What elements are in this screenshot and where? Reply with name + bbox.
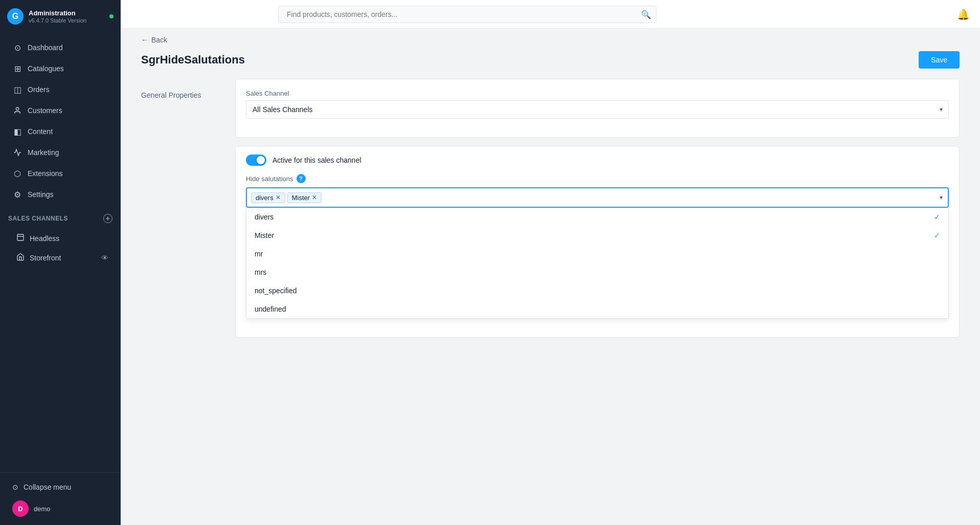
hide-salutations-field: Hide salutations ? divers ✕ <box>246 174 949 319</box>
salutations-dropdown: divers ✓ Mister ✓ mr <box>246 208 949 319</box>
save-button[interactable]: Save <box>919 51 960 69</box>
sidebar-item-dashboard[interactable]: ⊙ Dashboard <box>4 37 117 58</box>
chevron-down-icon: ▾ <box>940 194 943 201</box>
sidebar-item-label: Marketing <box>28 148 59 157</box>
dropdown-item-label: Mister <box>255 231 274 239</box>
check-icon: ✓ <box>934 213 940 221</box>
app-logo: G <box>7 8 24 25</box>
sales-channel-label: Sales Channel <box>246 90 949 97</box>
sidebar-item-label: Settings <box>28 190 54 199</box>
sidebar-item-label: Customers <box>28 106 62 115</box>
dropdown-item-mrs[interactable]: mrs <box>246 263 948 281</box>
catalogues-icon: ⊞ <box>12 63 22 74</box>
sidebar-item-headless[interactable]: Headless <box>4 229 117 248</box>
sidebar-item-label: Extensions <box>28 169 62 178</box>
tag-label: divers <box>256 194 274 202</box>
content-icon: ◧ <box>12 126 22 137</box>
sidebar-item-customers[interactable]: Customers <box>4 100 117 121</box>
sidebar-footer: ⊙ Collapse menu D demo <box>0 472 121 525</box>
hide-salutations-label: Hide salutations <box>246 175 293 183</box>
sidebar-item-storefront[interactable]: Storefront 👁 <box>4 248 117 267</box>
sidebar-item-label: Content <box>28 127 53 136</box>
dropdown-item-label: undefined <box>255 305 286 313</box>
user-name: demo <box>34 505 51 513</box>
sidebar-item-orders[interactable]: ◫ Orders <box>4 79 117 100</box>
settings-card: Active for this sales channel Hide salut… <box>235 146 960 338</box>
sales-channel-field: Sales Channel All Sales Channels Headles… <box>246 90 949 119</box>
user-section: D demo <box>8 495 112 519</box>
sidebar-item-extensions[interactable]: ⬡ Extensions <box>4 163 117 184</box>
sidebar-item-label: Storefront <box>30 254 61 262</box>
sales-channels-section: Sales Channels + <box>0 209 121 228</box>
sidebar-item-label: Catalogues <box>28 64 64 73</box>
sidebar-item-settings[interactable]: ⚙ Settings <box>4 184 117 205</box>
page-title: SgrHideSalutations <box>141 53 245 67</box>
dropdown-item-not-specified[interactable]: not_specified <box>246 281 948 300</box>
check-icon: ✓ <box>934 231 940 239</box>
sidebar-header: G Administration v6.4.7.0 Stable Version <box>0 0 121 33</box>
salutations-tags-input[interactable]: divers ✕ Mister ✕ ▾ <box>246 187 949 208</box>
marketing-icon <box>12 147 22 158</box>
breadcrumb: ← Back <box>121 29 980 51</box>
page-content: ← Back SgrHideSalutations Save General P… <box>121 29 980 525</box>
sidebar-item-content[interactable]: ◧ Content <box>4 121 117 142</box>
page-header: SgrHideSalutations Save <box>121 51 980 79</box>
back-arrow-icon: ← <box>141 36 148 44</box>
collapse-menu-label: Collapse menu <box>24 483 71 491</box>
dropdown-item-mister[interactable]: Mister ✓ <box>246 226 948 245</box>
sidebar-item-marketing[interactable]: Marketing <box>4 142 117 163</box>
avatar: D <box>12 500 29 517</box>
customers-icon <box>12 105 22 116</box>
hide-salutations-body: Hide salutations ? divers ✕ <box>236 174 959 337</box>
main-nav: ⊙ Dashboard ⊞ Catalogues ◫ Orders Custom… <box>0 33 121 472</box>
tag-close-icon[interactable]: ✕ <box>312 194 317 201</box>
tag-divers: divers ✕ <box>251 192 285 203</box>
content-area: General Properties Sales Channel All Sal… <box>121 79 980 366</box>
settings-icon: ⚙ <box>12 189 22 200</box>
dropdown-item-label: mrs <box>255 268 266 276</box>
dropdown-item-undefined[interactable]: undefined <box>246 300 948 318</box>
sales-channel-card-body: Sales Channel All Sales Channels Headles… <box>236 79 959 137</box>
sales-channel-select-wrapper: All Sales Channels Headless Storefront ▾ <box>246 100 949 119</box>
storefront-eye-icon: 👁 <box>101 254 108 262</box>
tag-mister: Mister ✕ <box>287 192 322 203</box>
svg-point-0 <box>16 107 18 110</box>
topbar: 🔍 🔔 <box>121 0 980 29</box>
svg-rect-1 <box>17 234 24 240</box>
dropdown-item-label: divers <box>255 213 274 221</box>
collapse-menu-button[interactable]: ⊙ Collapse menu <box>8 479 112 495</box>
app-name: Administration <box>29 9 86 17</box>
tag-label: Mister <box>292 194 310 202</box>
notification-bell-icon[interactable]: 🔔 <box>957 8 970 20</box>
extensions-icon: ⬡ <box>12 168 22 179</box>
dropdown-item-divers[interactable]: divers ✓ <box>246 208 948 226</box>
headless-icon <box>16 233 25 243</box>
toggle-slider <box>246 155 266 166</box>
active-toggle-row: Active for this sales channel <box>236 146 959 174</box>
sidebar-item-label: Dashboard <box>28 43 63 52</box>
sidebar-item-catalogues[interactable]: ⊞ Catalogues <box>4 58 117 79</box>
tag-close-icon[interactable]: ✕ <box>276 194 281 201</box>
add-sales-channel-button[interactable]: + <box>103 214 112 223</box>
search-input[interactable] <box>278 6 656 23</box>
sidebar-item-label: Orders <box>28 85 50 94</box>
dropdown-item-mr[interactable]: mr <box>246 245 948 263</box>
orders-icon: ◫ <box>12 84 22 95</box>
help-icon[interactable]: ? <box>297 174 306 183</box>
dropdown-item-label: not_specified <box>255 287 297 295</box>
back-link[interactable]: ← Back <box>141 36 960 44</box>
hide-salutations-header: Hide salutations ? <box>246 174 949 183</box>
status-dot <box>109 14 113 18</box>
topbar-actions: 🔔 <box>957 8 970 20</box>
main-content: 🔍 🔔 ← Back SgrHideSalutations Save Gener… <box>121 0 980 525</box>
collapse-icon: ⊙ <box>12 483 18 491</box>
cards-area: Sales Channel All Sales Channels Headles… <box>235 79 960 346</box>
search-bar: 🔍 <box>278 6 656 23</box>
sidebar: G Administration v6.4.7.0 Stable Version… <box>0 0 121 525</box>
search-icon[interactable]: 🔍 <box>641 9 651 19</box>
sales-channel-card: Sales Channel All Sales Channels Headles… <box>235 79 960 138</box>
sales-channel-select[interactable]: All Sales Channels Headless Storefront <box>246 100 949 119</box>
active-toggle[interactable] <box>246 155 266 166</box>
storefront-icon <box>16 253 25 262</box>
dropdown-item-label: mr <box>255 250 263 258</box>
